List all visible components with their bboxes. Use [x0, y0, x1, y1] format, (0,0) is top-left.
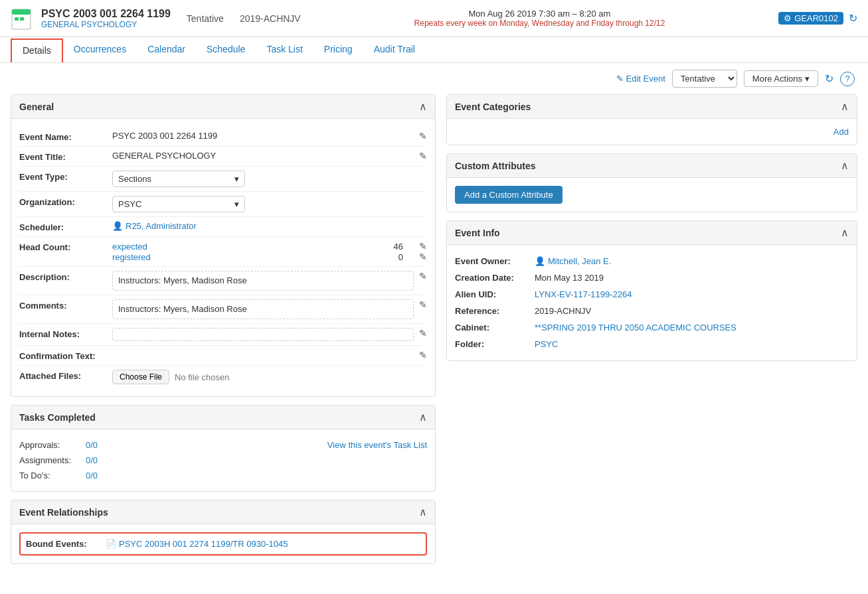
event-relationships-title: Event Relationships [19, 507, 108, 518]
add-category-link[interactable]: Add [833, 127, 849, 137]
description-value: Instructors: Myers, Madison Rose [112, 271, 414, 291]
custom-attributes-section: Custom Attributes ∧ Add a Custom Attribu… [446, 153, 857, 212]
reference-row: Reference: 2019-ACHNJV [455, 303, 849, 319]
event-title-value: GENERAL PSYCHOLOGY [112, 151, 414, 161]
tab-calendar[interactable]: Calendar [137, 37, 196, 62]
refresh-icon[interactable]: ↻ [849, 12, 857, 25]
person-icon: 👤 [112, 221, 123, 231]
event-name-edit-icon[interactable]: ✎ [419, 131, 427, 141]
reference-value: 2019-ACHNJV [535, 306, 591, 316]
main-content: General ∧ Event Name: PSYC 2003 001 2264… [0, 94, 868, 575]
alien-uid-row: Alien UID: LYNX-EV-117-1199-2264 [455, 286, 849, 303]
registered-edit-icon[interactable]: ✎ [419, 252, 427, 262]
event-title-edit-icon[interactable]: ✎ [419, 151, 427, 161]
tasks-section-body: Approvals: 0/0 View this event's Task Li… [11, 429, 435, 491]
refresh-button[interactable]: ↻ [825, 72, 833, 85]
approvals-row: Approvals: 0/0 View this event's Task Li… [19, 437, 427, 453]
add-custom-attribute-button[interactable]: Add a Custom Attribute [455, 186, 563, 204]
event-name-label: Event Name: [19, 131, 112, 142]
folder-label: Folder: [455, 339, 535, 349]
tab-details[interactable]: Details [11, 38, 63, 62]
more-actions-button[interactable]: More Actions ▾ [744, 70, 818, 87]
cabinet-value[interactable]: **SPRING 2019 THRU 2050 ACADEMIC COURSES [535, 323, 737, 333]
user-id: GEAR0102 [794, 13, 838, 23]
event-categories-collapse-icon[interactable]: ∧ [841, 100, 849, 113]
event-name-row: Event Name: PSYC 2003 001 2264 1199 ✎ [19, 127, 427, 147]
event-relationships-collapse-icon[interactable]: ∧ [419, 506, 427, 518]
creation-date-value: Mon May 13 2019 [535, 273, 604, 283]
event-info-collapse-icon[interactable]: ∧ [841, 226, 849, 239]
bound-events-link[interactable]: 📄 PSYC 2003H 001 2274 1199/TR 0930-1045 [106, 539, 288, 549]
tab-pricing[interactable]: Pricing [313, 37, 363, 62]
todos-label: To Do's: [19, 471, 86, 481]
internal-notes-row: Internal Notes: ✎ [19, 324, 427, 346]
expected-edit-icon[interactable]: ✎ [419, 241, 427, 252]
organization-row: Organization: PSYC ▾ [19, 192, 427, 217]
chevron-down-icon: ▾ [805, 74, 810, 84]
folder-value[interactable]: PSYC [535, 339, 558, 349]
internal-notes-label: Internal Notes: [19, 328, 112, 339]
owner-value[interactable]: Mitchell, Jean E. [548, 256, 611, 266]
general-section: General ∧ Event Name: PSYC 2003 001 2264… [11, 94, 436, 397]
view-task-list-link[interactable]: View this event's Task List [327, 440, 427, 450]
event-relationships-body: Bound Events: 📄 PSYC 2003H 001 2274 1199… [11, 524, 435, 563]
event-info-title: Event Info [455, 228, 500, 238]
event-type-label: Event Type: [19, 171, 112, 182]
general-section-body: Event Name: PSYC 2003 001 2264 1199 ✎ Ev… [11, 119, 435, 396]
event-type-dropdown[interactable]: Sections ▾ [112, 171, 245, 187]
description-edit-icon[interactable]: ✎ [419, 271, 427, 281]
bound-events-label: Bound Events: [26, 539, 106, 549]
gear-icon: ⚙ [784, 13, 792, 23]
svg-rect-2 [15, 17, 19, 21]
owner-label: Event Owner: [455, 256, 535, 266]
internal-notes-edit-icon[interactable]: ✎ [419, 328, 427, 338]
alien-uid-value[interactable]: LYNX-EV-117-1199-2264 [535, 289, 632, 299]
event-relationships-section: Event Relationships ∧ Bound Events: 📄 PS… [11, 500, 436, 564]
tasks-collapse-icon[interactable]: ∧ [419, 411, 427, 423]
creation-date-label: Creation Date: [455, 273, 535, 283]
tab-task-list[interactable]: Task List [256, 37, 313, 62]
top-bar-right: ⚙ GEAR0102 ↻ [778, 12, 857, 25]
tab-bar: Details Occurrences Calendar Schedule Ta… [0, 37, 868, 63]
attached-files-label: Attached Files: [19, 370, 112, 381]
comments-edit-icon[interactable]: ✎ [419, 299, 427, 310]
reference-label: Reference: [455, 306, 535, 316]
organization-chevron-icon: ▾ [234, 199, 239, 209]
event-time: Mon Aug 26 2019 7:30 am – 8:20 am [317, 9, 763, 19]
event-info-header: Event Info ∧ [447, 221, 857, 245]
general-section-title: General [19, 102, 54, 112]
event-categories-header: Event Categories ∧ [447, 95, 857, 119]
tab-audit-trail[interactable]: Audit Trail [363, 37, 426, 62]
custom-attributes-collapse-icon[interactable]: ∧ [841, 159, 849, 172]
edit-icon: ✎ [616, 74, 624, 84]
owner-row: Event Owner: 👤 Mitchell, Jean E. [455, 253, 849, 269]
cabinet-label: Cabinet: [455, 323, 535, 333]
event-type-chevron-icon: ▾ [234, 174, 239, 184]
general-collapse-icon[interactable]: ∧ [419, 100, 427, 113]
top-bar-status: Tentative [187, 13, 224, 24]
scheduler-value[interactable]: R25, Administrator [126, 221, 197, 231]
help-button[interactable]: ? [840, 72, 855, 86]
comments-row: Comments: Instructors: Myers, Madison Ro… [19, 295, 427, 324]
tasks-section: Tasks Completed ∧ Approvals: 0/0 View th… [11, 405, 436, 492]
file-chooser-row: Choose File No file chosen [112, 370, 229, 384]
action-bar: ✎ Edit Event Tentative Confirmed Cancell… [0, 63, 868, 94]
choose-file-button[interactable]: Choose File [112, 370, 169, 384]
confirmation-text-edit-icon[interactable]: ✎ [419, 350, 427, 360]
doc-icon: 📄 [106, 539, 116, 549]
expected-row: expected 46 ✎ [112, 241, 427, 252]
organization-dropdown[interactable]: PSYC ▾ [112, 196, 245, 212]
status-dropdown[interactable]: Tentative Confirmed Cancelled [672, 70, 737, 88]
event-title-label: Event Title: [19, 151, 112, 162]
organization-label: Organization: [19, 196, 112, 207]
alien-uid-label: Alien UID: [455, 289, 535, 299]
creation-date-row: Creation Date: Mon May 13 2019 [455, 269, 849, 286]
expected-label[interactable]: expected [112, 242, 165, 252]
tab-schedule[interactable]: Schedule [196, 37, 256, 62]
description-label: Description: [19, 271, 112, 282]
event-categories-section: Event Categories ∧ Add [446, 94, 857, 145]
registered-label[interactable]: registered [112, 252, 165, 262]
edit-event-link[interactable]: ✎ Edit Event [616, 74, 665, 84]
tab-occurrences[interactable]: Occurrences [63, 37, 137, 62]
todos-row: To Do's: 0/0 [19, 468, 427, 483]
